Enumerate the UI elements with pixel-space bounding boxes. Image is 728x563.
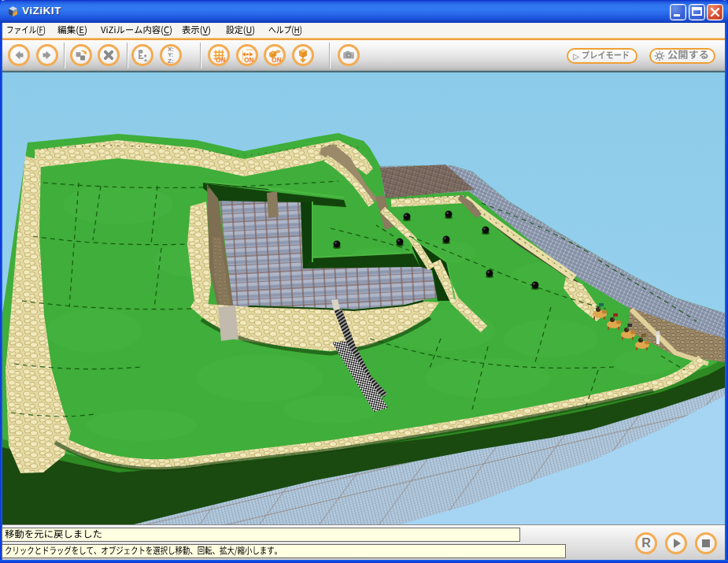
- svg-text:ON: ON: [272, 57, 281, 64]
- svg-text:ON: ON: [244, 57, 253, 64]
- svg-text:ON: ON: [216, 57, 225, 64]
